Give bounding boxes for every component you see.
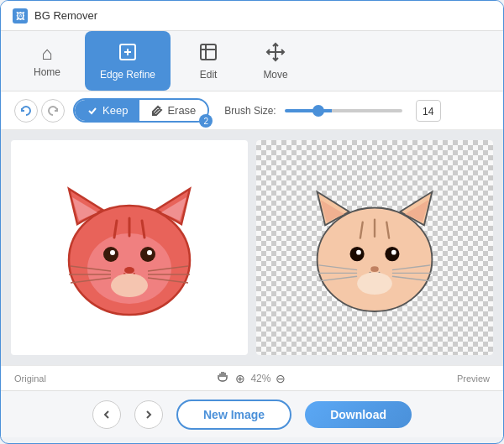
- original-label: Original: [14, 373, 46, 384]
- preview-image-panel[interactable]: [256, 140, 493, 355]
- nav-label-edge-refine: Edge Refine: [100, 69, 155, 81]
- edge-refine-icon: [118, 42, 138, 65]
- redo-button[interactable]: [41, 99, 65, 123]
- preview-label: Preview: [457, 373, 490, 384]
- keep-button[interactable]: Keep: [75, 100, 139, 121]
- title-bar: 🖼 BG Remover: [1, 1, 503, 31]
- svg-point-47: [357, 272, 392, 295]
- keep-erase-group: Keep Erase: [73, 98, 209, 123]
- svg-rect-1: [201, 44, 216, 60]
- nav-bar: ⌂ Home Edge Refine Edit: [1, 31, 503, 91]
- nav-item-edge-refine[interactable]: Edge Refine: [85, 31, 171, 91]
- zoom-controls: ⊕ 42% ⊖: [217, 370, 286, 386]
- brush-size-slider[interactable]: [285, 109, 402, 112]
- brush-size-label: Brush Size:: [224, 105, 276, 117]
- zoom-in-button[interactable]: ⊕: [235, 372, 245, 385]
- svg-point-38: [356, 250, 361, 255]
- nav-item-home[interactable]: ⌂ Home: [18, 31, 76, 91]
- zoom-percent: 42%: [250, 373, 270, 384]
- nav-label-edit: Edit: [200, 69, 218, 81]
- badge: 2: [199, 114, 213, 128]
- svg-point-19: [147, 250, 152, 255]
- svg-point-39: [391, 250, 396, 255]
- preview-cat-svg: [295, 168, 454, 327]
- toolbar: Keep Erase 2 Brush Size: 14: [1, 91, 503, 130]
- download-button[interactable]: Download: [305, 401, 412, 428]
- move-icon: [265, 42, 286, 65]
- canvas-area: [1, 130, 503, 365]
- prev-button[interactable]: [92, 400, 121, 429]
- nav-item-move[interactable]: Move: [246, 31, 305, 91]
- svg-point-18: [110, 250, 115, 255]
- edit-icon: [198, 42, 218, 65]
- next-button[interactable]: [134, 400, 163, 429]
- app-icon: 🖼: [13, 8, 28, 24]
- hand-tool-button[interactable]: [217, 370, 230, 386]
- original-cat-svg: [45, 164, 213, 332]
- original-image-panel[interactable]: [11, 140, 248, 355]
- home-icon: ⌂: [41, 44, 52, 63]
- bottom-bar: New Image Download: [1, 390, 503, 437]
- undo-redo-group: [14, 99, 65, 123]
- svg-point-27: [111, 274, 148, 297]
- svg-point-20: [124, 267, 134, 274]
- status-bar: Original ⊕ 42% ⊖ Preview: [1, 365, 503, 390]
- nav-label-move: Move: [263, 69, 287, 81]
- nav-label-home: Home: [34, 66, 60, 78]
- nav-item-edit[interactable]: Edit: [179, 31, 238, 91]
- brush-size-value: 14: [416, 100, 441, 122]
- zoom-out-button[interactable]: ⊖: [276, 372, 286, 385]
- app-title: BG Remover: [34, 9, 97, 22]
- svg-point-40: [370, 266, 379, 272]
- new-image-button[interactable]: New Image: [176, 400, 291, 430]
- keep-erase-wrapper: Keep Erase 2: [73, 98, 209, 123]
- erase-button[interactable]: Erase: [139, 100, 207, 121]
- undo-button[interactable]: [14, 99, 38, 123]
